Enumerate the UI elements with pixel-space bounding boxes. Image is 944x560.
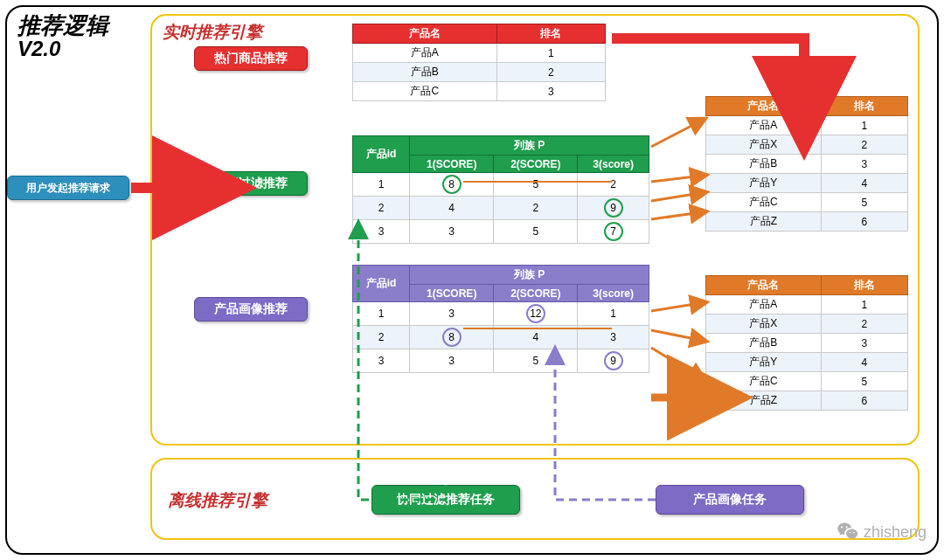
table-row: 13121: [353, 302, 649, 326]
collab-filter-label: 协同过滤推荐: [194, 171, 308, 196]
hot-th-name: 产品名: [353, 24, 497, 44]
product-image-label: 产品画像推荐: [194, 297, 308, 321]
table-row: 产品B3: [706, 155, 908, 174]
table-row: 产品C5: [706, 193, 908, 212]
user-request-label: 用户发起推荐请求: [7, 176, 129, 200]
hot-products-table: 产品名 排名 产品A1产品B2产品C3: [352, 24, 606, 101]
table-row: 产品Z6: [706, 391, 908, 411]
table-row: 产品X2: [706, 315, 908, 334]
table-row: 1852: [353, 173, 649, 197]
hot-item-label: 热门商品推荐: [194, 46, 308, 71]
table-row: 产品A1: [353, 44, 606, 63]
table-row: 产品B2: [353, 63, 606, 82]
realtime-title: 实时推荐引擎: [163, 21, 262, 44]
offline-engine-box: 离线推荐引擎: [150, 458, 920, 540]
offline-title: 离线推荐引擎: [168, 489, 267, 512]
table-row: 产品B3: [706, 334, 908, 353]
collab-result-table: 产品名 排名 产品A1产品X2产品B3产品Y4产品C5产品Z6: [705, 96, 908, 232]
diagram-version: V2.0: [17, 37, 60, 61]
table-row: 产品A1: [706, 116, 908, 135]
table-row: 产品Y4: [706, 174, 908, 193]
table-row: 2843: [353, 326, 649, 349]
table-row: 产品A1: [706, 295, 908, 315]
table-row: 产品Y4: [706, 353, 908, 372]
collab-score-table: 产品id列族 P 1(SCORE)2(SCORE)3(score) 185224…: [352, 135, 649, 244]
image-result-table: 产品名 排名 产品A1产品X2产品B3产品Y4产品C5产品Z6: [705, 275, 908, 411]
hot-th-rank: 排名: [496, 24, 605, 44]
table-row: 产品C5: [706, 372, 908, 391]
collab-task-label: 协同过滤推荐任务: [371, 485, 520, 515]
table-row: 2429: [353, 197, 649, 220]
table-row: 3359: [353, 349, 649, 373]
image-task-label: 产品画像任务: [656, 485, 804, 515]
table-row: 产品X2: [706, 135, 908, 155]
watermark: zhisheng: [836, 520, 927, 544]
table-row: 3357: [353, 220, 649, 244]
table-row: 产品Z6: [706, 212, 908, 232]
watermark-text: zhisheng: [864, 523, 927, 542]
table-row: 产品C3: [353, 82, 606, 101]
wechat-icon: [836, 520, 860, 544]
image-score-table: 产品id列族 P 1(SCORE)2(SCORE)3(score) 131212…: [352, 265, 649, 373]
